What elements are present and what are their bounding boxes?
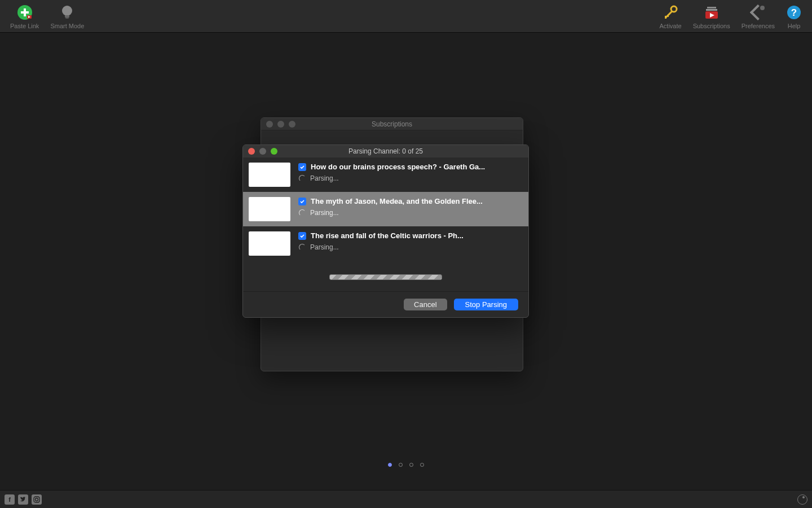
pager-dot[interactable] — [420, 463, 424, 467]
toolbar-label: Paste Link — [10, 23, 39, 29]
page-indicator[interactable] — [0, 463, 812, 467]
parsing-titlebar[interactable]: Parsing Channel: 0 of 25 — [243, 145, 528, 157]
subscriptions-title: Subscriptions — [261, 120, 523, 128]
item-body: How do our brains process speech? - Gare… — [298, 163, 523, 182]
toolbar-left: Paste Link Smart Mode — [5, 2, 90, 30]
thumbnail — [249, 231, 290, 256]
toolbar-label: Help — [788, 23, 801, 29]
toolbar: Paste Link Smart Mode — [0, 0, 812, 33]
svg-point-22 — [36, 498, 38, 501]
svg-rect-10 — [665, 16, 667, 19]
key-icon — [663, 5, 678, 20]
item-status: Parsing... — [310, 174, 339, 182]
svg-rect-7 — [65, 17, 69, 19]
zoom-icon[interactable] — [271, 148, 277, 155]
stop-parsing-button[interactable]: Stop Parsing — [454, 299, 518, 310]
help-icon: ? — [786, 5, 802, 20]
svg-point-5 — [62, 6, 72, 16]
instagram-icon[interactable] — [32, 494, 42, 505]
facebook-icon[interactable]: f — [5, 494, 15, 505]
svg-rect-21 — [34, 497, 39, 502]
globe-icon[interactable] — [797, 494, 807, 505]
parsing-items: How do our brains process speech? - Gare… — [243, 157, 528, 261]
spinner-icon — [299, 175, 306, 182]
subscriptions-button[interactable]: Subscriptions — [687, 2, 736, 30]
paste-link-button[interactable]: Paste Link — [5, 2, 45, 30]
twitter-icon[interactable] — [18, 494, 28, 505]
svg-rect-11 — [667, 15, 669, 17]
item-status: Parsing... — [310, 243, 339, 251]
social-icons: f — [5, 494, 42, 505]
toolbar-right: Activate Subscriptions Pref — [654, 2, 808, 30]
help-button[interactable]: ? Help — [780, 2, 807, 30]
status-bar: f — [0, 490, 812, 508]
spinner-icon — [299, 244, 306, 251]
list-item[interactable]: How do our brains process speech? - Gare… — [243, 157, 528, 192]
pager-dot[interactable] — [388, 463, 392, 467]
checkbox[interactable] — [298, 198, 306, 205]
thumbnail — [249, 163, 290, 187]
traffic-lights — [243, 148, 277, 155]
item-title: The myth of Jason, Medea, and the Golden… — [311, 197, 483, 205]
preferences-button[interactable]: Preferences — [736, 2, 780, 30]
item-title: How do our brains process speech? - Gare… — [311, 163, 485, 171]
subscriptions-titlebar[interactable]: Subscriptions — [261, 118, 523, 130]
zoom-icon[interactable] — [289, 121, 295, 128]
svg-rect-12 — [707, 7, 716, 8]
progress-area — [243, 261, 528, 291]
toolbar-label: Activate — [660, 23, 682, 29]
cancel-button[interactable]: Cancel — [404, 299, 447, 310]
item-body: The rise and fall of the Celtic warriors… — [298, 231, 523, 251]
toolbar-label: Smart Mode — [50, 23, 84, 29]
item-title: The rise and fall of the Celtic warriors… — [311, 231, 464, 240]
close-icon[interactable] — [266, 121, 273, 128]
checkbox[interactable] — [298, 163, 306, 171]
item-status: Parsing... — [310, 209, 339, 217]
item-body: The myth of Jason, Medea, and the Golden… — [298, 197, 523, 217]
svg-rect-13 — [706, 9, 717, 11]
svg-rect-2 — [21, 11, 29, 14]
thumbnail — [249, 197, 290, 221]
spinner-icon — [299, 209, 306, 216]
parsing-title: Parsing Channel: 0 of 25 — [243, 147, 528, 155]
svg-rect-6 — [65, 15, 69, 17]
svg-text:?: ? — [791, 7, 797, 18]
smart-mode-button[interactable]: Smart Mode — [45, 2, 90, 30]
pager-dot[interactable] — [399, 463, 403, 467]
activate-button[interactable]: Activate — [654, 2, 687, 30]
paste-link-icon — [17, 5, 33, 20]
toolbar-label: Subscriptions — [693, 23, 730, 29]
progress-bar — [329, 274, 442, 280]
checkbox[interactable] — [298, 232, 306, 240]
tools-icon — [750, 5, 766, 20]
subscriptions-icon — [704, 5, 720, 20]
svg-point-8 — [671, 6, 677, 12]
toolbar-label: Preferences — [742, 23, 775, 29]
minimize-icon[interactable] — [259, 148, 266, 155]
pager-dot[interactable] — [409, 463, 413, 467]
svg-rect-17 — [750, 11, 760, 20]
list-item[interactable]: The myth of Jason, Medea, and the Golden… — [243, 192, 528, 226]
close-icon[interactable] — [248, 148, 255, 155]
svg-point-18 — [760, 6, 765, 10]
bulb-icon — [59, 5, 75, 20]
main-area: Subscriptions Parsing Channel: 0 of 25 — [0, 33, 812, 473]
list-item[interactable]: The rise and fall of the Celtic warriors… — [243, 226, 528, 261]
button-row: Cancel Stop Parsing — [243, 291, 528, 317]
parsing-window: Parsing Channel: 0 of 25 How do our brai… — [242, 144, 529, 318]
traffic-lights — [261, 121, 295, 128]
minimize-icon[interactable] — [277, 121, 284, 128]
